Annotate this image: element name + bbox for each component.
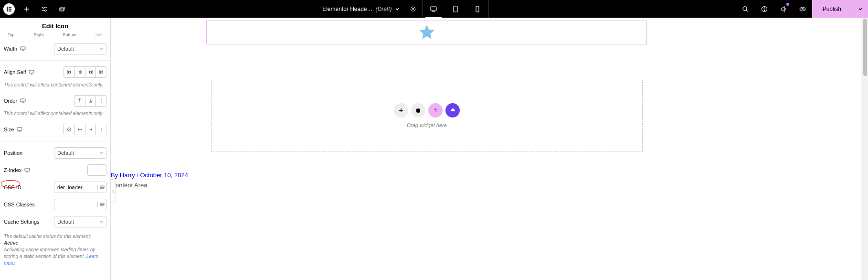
doc-status: (Draft)	[376, 6, 392, 12]
zindex-input[interactable]	[87, 164, 106, 176]
svg-line-18	[746, 10, 748, 11]
svg-rect-1	[9, 7, 11, 8]
page-settings-button[interactable]	[404, 0, 422, 18]
chevron-down-icon	[99, 220, 103, 224]
cache-note: The default cache status for this elemen…	[4, 230, 106, 267]
publish-options-button[interactable]	[852, 0, 868, 18]
svg-rect-13	[431, 7, 436, 11]
svg-point-60	[101, 205, 101, 205]
chevron-down-icon	[99, 151, 103, 155]
responsive-devices	[422, 0, 489, 18]
document-title[interactable]: Elementor Heade… (Draft)	[318, 0, 404, 18]
structure-button[interactable]	[53, 0, 71, 18]
svg-point-62	[103, 205, 103, 205]
width-select[interactable]: Default	[54, 43, 106, 54]
svg-rect-27	[69, 71, 71, 73]
desktop-icon	[20, 46, 26, 51]
svg-point-50	[101, 128, 102, 129]
cache-select[interactable]: Default	[54, 216, 106, 227]
panel-title: Edit Icon	[0, 18, 110, 32]
align-start-button[interactable]	[64, 67, 74, 77]
size-grow-button[interactable]	[74, 124, 85, 135]
position-select[interactable]: Default	[54, 147, 106, 159]
align-hint: This control will affect contained eleme…	[4, 81, 106, 92]
svg-rect-0	[7, 7, 8, 11]
dynamic-tag-button[interactable]	[97, 202, 106, 207]
author-link[interactable]: By Harry	[111, 172, 135, 179]
svg-point-58	[103, 187, 103, 188]
size-none-button[interactable]	[64, 124, 74, 135]
svg-rect-24	[29, 70, 34, 73]
add-widget-button[interactable]	[394, 103, 408, 118]
position-label: Position	[4, 150, 22, 156]
elementor-logo[interactable]	[0, 0, 18, 18]
svg-rect-15	[454, 6, 457, 12]
svg-point-41	[101, 99, 102, 100]
order-last-button[interactable]	[85, 96, 95, 106]
order-more-button[interactable]	[95, 96, 106, 106]
svg-rect-44	[17, 128, 22, 130]
dropzone-text: Drag widget here	[407, 122, 447, 128]
chevron-down-icon	[99, 47, 103, 51]
editor-canvas[interactable]: Drag widget here By Harry / October 10, …	[111, 18, 868, 280]
edit-panel: Edit Icon Top Right Bottom Left Width De…	[0, 18, 111, 280]
align-stretch-button[interactable]	[95, 67, 106, 77]
header-widget-container[interactable]	[206, 21, 647, 44]
order-segment	[74, 95, 106, 107]
post-meta: By Harry / October 10, 2024	[111, 172, 188, 179]
cssid-input[interactable]	[54, 184, 97, 190]
svg-point-65	[436, 111, 437, 112]
cloud-button[interactable]	[445, 103, 460, 118]
search-button[interactable]	[736, 0, 755, 18]
desktop-icon	[29, 70, 34, 75]
size-label: Size	[4, 127, 14, 132]
svg-point-20	[764, 10, 764, 11]
desktop-icon	[24, 168, 30, 172]
zindex-label: Z-Index	[4, 167, 21, 173]
svg-rect-34	[100, 71, 102, 73]
size-shrink-button[interactable]	[85, 124, 95, 135]
ai-button[interactable]	[428, 103, 443, 118]
svg-point-51	[101, 129, 102, 130]
align-center-button[interactable]	[74, 67, 85, 77]
svg-rect-3	[9, 11, 11, 11]
desktop-icon	[20, 98, 26, 103]
preview-button[interactable]	[793, 0, 812, 18]
cssid-label: CSS ID	[4, 184, 21, 190]
scrollbar-track[interactable]	[861, 18, 868, 280]
svg-point-61	[102, 205, 102, 205]
scrollbar-thumb[interactable]	[863, 19, 867, 76]
mobile-device[interactable]	[466, 0, 488, 18]
svg-rect-22	[21, 47, 25, 50]
order-hint: This control will affect contained eleme…	[4, 109, 106, 121]
topbar: Elementor Heade… (Draft) Publ	[0, 0, 868, 18]
dropzone-container[interactable]: Drag widget here	[211, 80, 643, 151]
svg-point-42	[101, 100, 102, 101]
whats-new-button[interactable]	[774, 0, 793, 18]
size-more-button[interactable]	[95, 124, 106, 135]
svg-point-56	[101, 187, 101, 188]
align-end-button[interactable]	[85, 67, 95, 77]
templates-button[interactable]	[411, 103, 425, 118]
date-link[interactable]: October 10, 2024	[140, 172, 188, 179]
svg-rect-10	[60, 8, 64, 11]
add-button[interactable]	[18, 0, 35, 18]
desktop-device[interactable]	[423, 0, 445, 18]
settings-sliders-button[interactable]	[35, 0, 53, 18]
order-first-button[interactable]	[74, 96, 85, 106]
dynamic-tag-button[interactable]	[97, 185, 106, 190]
svg-point-12	[412, 8, 414, 10]
cssclasses-input[interactable]	[54, 202, 97, 207]
publish-button[interactable]: Publish	[812, 0, 852, 18]
desktop-icon	[17, 127, 22, 132]
svg-point-8	[42, 7, 44, 8]
content-area-label: ontent Area	[116, 182, 148, 189]
size-segment	[64, 124, 106, 135]
spacing-labels: Top Right Bottom Left	[4, 32, 106, 40]
help-button[interactable]	[755, 0, 774, 18]
svg-rect-16	[476, 6, 479, 12]
align-self-segment	[64, 66, 106, 78]
star-icon	[418, 23, 436, 42]
svg-point-21	[802, 8, 803, 10]
tablet-device[interactable]	[445, 0, 466, 18]
